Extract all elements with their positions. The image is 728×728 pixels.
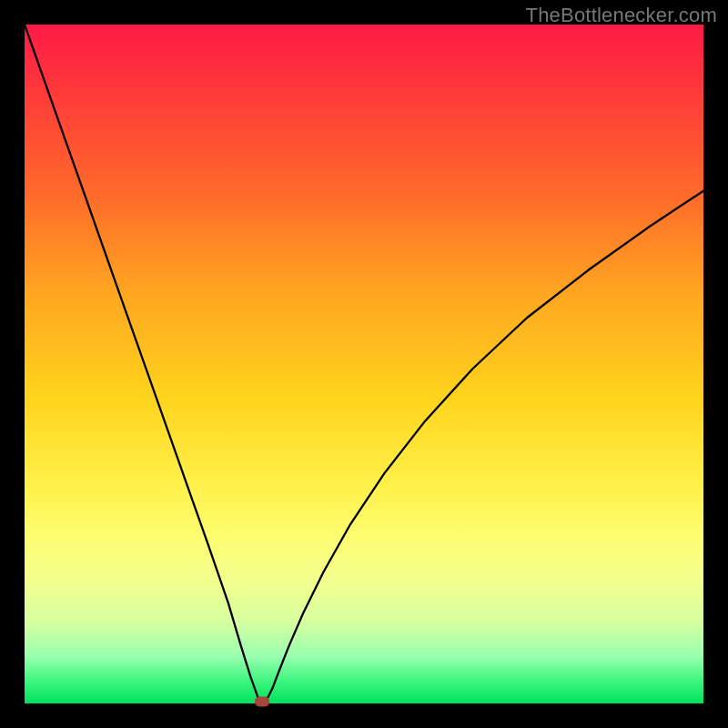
bottleneck-curve: [25, 25, 703, 703]
minimum-point-marker: [255, 697, 269, 707]
plot-area: [25, 25, 703, 703]
watermark-text: TheBottlenecker.com: [526, 4, 717, 27]
chart-frame: TheBottlenecker.com: [0, 0, 728, 728]
